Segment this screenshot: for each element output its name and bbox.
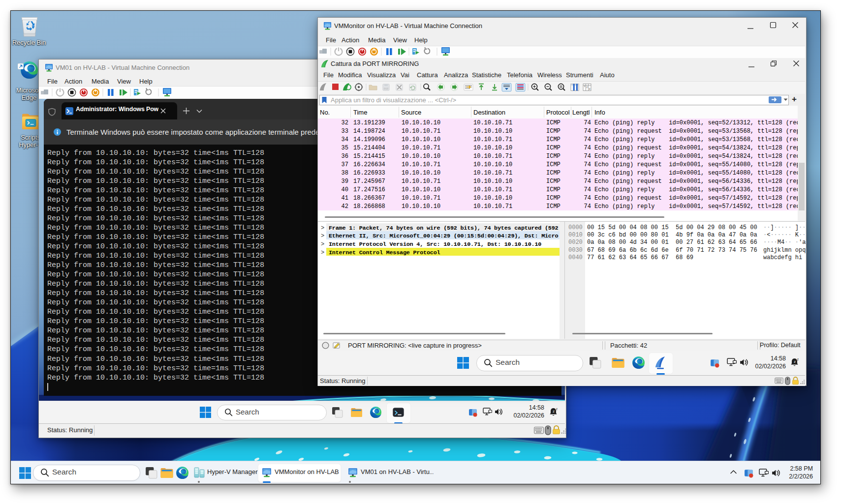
svg-text:z: z [556, 407, 558, 411]
svg-text:z: z [794, 359, 796, 363]
svg-text:z: z [797, 357, 799, 361]
svg-text:z: z [553, 409, 555, 414]
svg-text:010: 010 [384, 88, 389, 90]
svg-text:1: 1 [584, 85, 586, 88]
svg-text:2: 2 [587, 86, 588, 89]
